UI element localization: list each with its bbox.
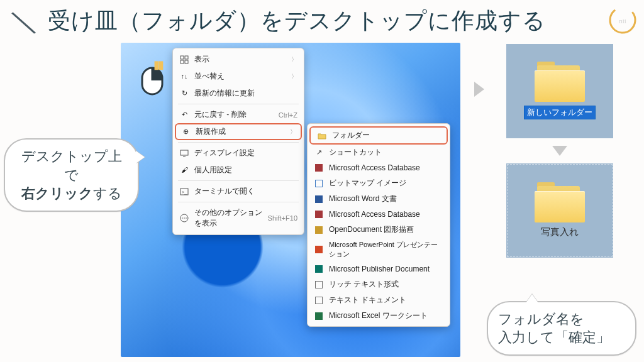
submenu-label: リッチ テキスト形式 — [329, 279, 443, 290]
menu-label: 表示 — [194, 54, 286, 65]
submenu-item-access[interactable]: Microsoft Access Database — [308, 160, 450, 175]
desktop-screenshot: ▮▮ 表示 〉 ↑↓ 並べ替え 〉 ↻ 最新の情報に更新 ↶ 元に戻す - 削除… — [121, 43, 460, 357]
folder-icon — [317, 131, 327, 141]
excel-icon — [314, 311, 324, 321]
folder-large-icon — [535, 184, 585, 222]
menu-item-new[interactable]: ⊕ 新規作成 〉 — [175, 123, 302, 140]
bubble-text: 入力して「確定」 — [498, 328, 625, 347]
undo-icon: ↶ — [179, 110, 189, 120]
submenu-item-xls[interactable]: Microsoft Excel ワークシート — [308, 308, 450, 324]
grid-icon — [179, 55, 189, 65]
menu-separator — [178, 104, 299, 104]
folder-name-editing[interactable]: 新しいフォルダー — [524, 106, 596, 119]
menu-item-refresh[interactable]: ↻ 最新の情報に更新 — [173, 85, 304, 102]
svg-rect-6 — [185, 60, 188, 63]
text-icon — [314, 295, 324, 305]
menu-label: 並べ替え — [194, 71, 286, 82]
svg-point-12 — [182, 217, 183, 219]
submenu-item-rtf[interactable]: リッチ テキスト形式 — [308, 277, 450, 292]
submenu-item-access2[interactable]: Microsoft Access Database — [308, 207, 450, 222]
step-arrow-right-icon — [474, 82, 484, 97]
submenu-label: Microsoft Excel ワークシート — [329, 310, 443, 321]
refresh-icon: ↻ — [179, 89, 189, 99]
svg-rect-4 — [185, 56, 188, 59]
monitor-icon — [179, 148, 189, 158]
svg-rect-5 — [180, 60, 184, 63]
svg-point-13 — [184, 217, 185, 219]
renamed-folder-tile: 写真入れ — [506, 163, 613, 258]
menu-item-view[interactable]: 表示 〉 — [173, 51, 304, 68]
plus-circle-icon: ⊕ — [180, 127, 191, 137]
sort-icon: ↑↓ — [179, 72, 189, 82]
submenu-item-txt[interactable]: テキスト ドキュメント — [308, 292, 450, 308]
menu-label: 最新の情報に更新 — [194, 88, 297, 99]
menu-separator — [178, 180, 299, 181]
menu-item-display-settings[interactable]: ディスプレイ設定 — [173, 145, 304, 162]
bubble-text: フォルダ名を — [498, 310, 625, 329]
menu-shortcut: Shift+F10 — [268, 214, 297, 222]
menu-item-personalize[interactable]: 🖌 個人用設定 — [173, 162, 304, 178]
word-icon — [314, 194, 324, 204]
submenu-label: フォルダー — [332, 130, 440, 141]
folder-name-label: 写真入れ — [541, 226, 579, 238]
chevron-right-icon: 〉 — [291, 55, 297, 64]
instruction-bubble-right: フォルダ名を 入力して「確定」 — [487, 301, 636, 356]
more-icon — [179, 213, 189, 223]
brand-logo: nii — [608, 5, 638, 35]
menu-item-undo[interactable]: ↶ 元に戻す - 削除 Ctrl+Z — [173, 106, 304, 123]
submenu-label: Microsoft Publisher Document — [329, 265, 443, 273]
access-icon — [314, 163, 324, 173]
submenu-item-odg[interactable]: OpenDocument 図形描画 — [308, 222, 450, 238]
menu-separator — [178, 142, 299, 143]
powerpoint-icon — [314, 244, 324, 255]
bubble-text: 右クリックする — [16, 184, 126, 203]
rtf-icon — [314, 280, 324, 290]
publisher-icon — [314, 264, 324, 274]
menu-separator — [178, 202, 299, 202]
submenu-item-shortcut[interactable]: ↗ ショートカット — [308, 145, 450, 160]
menu-label: 新規作成 — [196, 126, 285, 137]
chevron-right-icon: 〉 — [291, 72, 297, 81]
desktop-context-menu: 表示 〉 ↑↓ 並べ替え 〉 ↻ 最新の情報に更新 ↶ 元に戻す - 削除 Ct… — [172, 48, 304, 235]
new-submenu: フォルダー ↗ ショートカット Microsoft Access Databas… — [307, 123, 450, 327]
submenu-label: Microsoft Word 文書 — [329, 194, 443, 204]
submenu-label: Microsoft Access Database — [329, 210, 443, 219]
title-slash-decoration: ＼ — [8, 4, 40, 38]
page-title: 受け皿（フォルダ）をデスクトップに作成する — [48, 6, 546, 36]
image-icon — [314, 178, 324, 189]
submenu-label: Microsoft PowerPoint プレゼンテーション — [329, 240, 443, 259]
step-arrow-down-icon — [552, 146, 567, 156]
shortcut-icon: ↗ — [314, 148, 324, 158]
submenu-label: OpenDocument 図形描画 — [329, 224, 443, 235]
paint-icon: 🖌 — [179, 165, 189, 175]
submenu-item-folder[interactable]: フォルダー — [309, 126, 448, 145]
submenu-item-bitmap[interactable]: ビットマップ イメージ — [308, 175, 450, 191]
svg-point-14 — [186, 217, 187, 219]
menu-shortcut: Ctrl+Z — [279, 111, 297, 119]
bubble-text: デスクトップ上で — [16, 147, 126, 184]
chevron-right-icon: 〉 — [290, 128, 296, 136]
submenu-item-word[interactable]: Microsoft Word 文書 — [308, 191, 450, 207]
menu-item-sort[interactable]: ↑↓ 並べ替え 〉 — [173, 68, 304, 85]
submenu-label: テキスト ドキュメント — [329, 295, 443, 305]
submenu-label: ショートカット — [329, 147, 443, 158]
submenu-item-pub[interactable]: Microsoft Publisher Document — [308, 261, 450, 277]
menu-label: 元に戻す - 削除 — [194, 109, 274, 120]
opendocument-icon — [314, 225, 324, 235]
menu-label: その他のオプションを表示 — [194, 207, 263, 229]
svg-rect-3 — [180, 56, 184, 59]
menu-item-terminal[interactable]: >_ ターミナルで開く — [173, 183, 304, 200]
new-folder-tile: 新しいフォルダー — [506, 44, 613, 138]
svg-text:nii: nii — [619, 17, 626, 25]
menu-item-more-options[interactable]: その他のオプションを表示 Shift+F10 — [173, 204, 304, 232]
menu-label: ターミナルで開く — [194, 186, 297, 197]
menu-label: ディスプレイ設定 — [194, 148, 297, 158]
terminal-icon: >_ — [179, 187, 189, 197]
submenu-label: Microsoft Access Database — [329, 163, 443, 172]
instruction-bubble-left: デスクトップ上で 右クリックする — [4, 138, 139, 212]
svg-rect-7 — [180, 150, 188, 155]
menu-label: 個人用設定 — [194, 165, 297, 175]
folder-large-icon — [535, 63, 585, 102]
submenu-item-ppt[interactable]: Microsoft PowerPoint プレゼンテーション — [308, 238, 450, 261]
submenu-label: ビットマップ イメージ — [329, 178, 443, 189]
